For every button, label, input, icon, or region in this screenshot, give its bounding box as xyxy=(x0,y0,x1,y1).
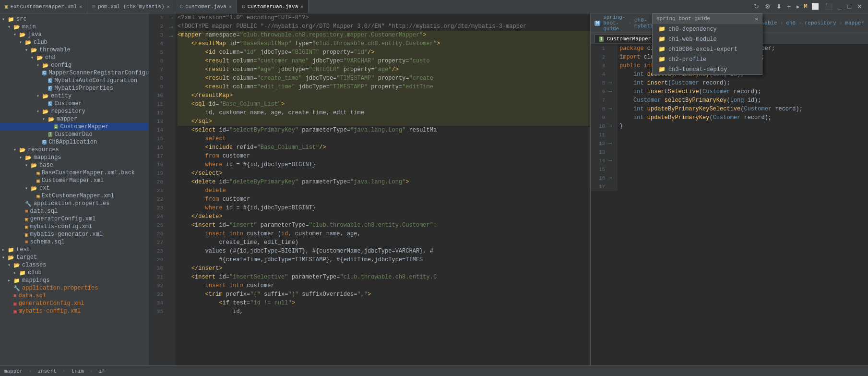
tree-label: ch8 xyxy=(45,54,56,61)
tree-item-ch8[interactable]: ▾ 📂 ch8 xyxy=(0,54,149,61)
tab-close-icon[interactable]: ✕ xyxy=(300,4,303,10)
tab-customer-dao[interactable]: C CustomerDao.java ✕ xyxy=(237,0,309,13)
tree-item-mapper-folder[interactable]: ▾ 📂 mapper xyxy=(0,115,149,123)
tree-label: entity xyxy=(51,93,71,99)
expand-arrow: ▾ xyxy=(8,262,13,268)
java-icon: C xyxy=(180,4,183,10)
tree-item-mybatis-gen[interactable]: ▣ mybatis-generator.xml xyxy=(0,230,149,238)
tree-label: resources xyxy=(28,146,59,153)
window-btn[interactable]: ⬜ xyxy=(809,2,821,11)
tab-label: pom.xml (ch8-mybatis) xyxy=(98,4,165,10)
status-if[interactable]: if xyxy=(98,368,105,374)
tree-label: application.properties xyxy=(22,285,98,291)
settings-button[interactable]: ⚙ xyxy=(763,2,773,11)
tree-item-target[interactable]: ▾ 📂 target xyxy=(0,254,149,261)
tree-item-repository[interactable]: ▾ 📂 repository xyxy=(0,108,149,115)
folder-icon: 📂 xyxy=(8,255,14,261)
breadcrumb-sep8: › xyxy=(798,20,802,26)
tree-item-target-club[interactable]: ▸ 📁 club xyxy=(0,269,149,277)
tree-item-ext[interactable]: ▾ 📂 ext xyxy=(0,184,149,192)
tree-label: CustomerDao xyxy=(54,131,92,138)
tree-item-data-sql[interactable]: ■ data.sql xyxy=(0,207,149,215)
tree-item-customer-entity[interactable]: C Customer xyxy=(0,100,149,108)
xml-file-icon: ▣ xyxy=(13,308,17,315)
tree-item-target-mybatis-cfg[interactable]: ▣ mybatis-config.xml xyxy=(0,307,149,315)
minimize-btn[interactable]: _ xyxy=(836,2,844,11)
toolbar-right: ↻ ⚙ ⬇ + ▸ M ⬜ ⬛ _ □ ✕ xyxy=(752,0,868,13)
tree-item-generator-xml[interactable]: ▣ generatorConfig.xml xyxy=(0,215,149,223)
breadcrumb-ch8b: ch8 xyxy=(786,20,796,26)
tree-item-config[interactable]: ▾ 📂 config xyxy=(0,61,149,69)
refresh-button[interactable]: ↻ xyxy=(752,2,761,11)
tree-item-customer-dao[interactable]: I CustomerDao xyxy=(0,131,149,138)
java-interface-icon: I xyxy=(54,124,58,129)
tree-item-app-props[interactable]: 🔧 application.properties xyxy=(0,200,149,207)
tree-label: classes xyxy=(22,262,46,268)
tree-item-entity[interactable]: ▾ 📂 entity xyxy=(0,92,149,100)
status-insert[interactable]: insert xyxy=(37,368,57,374)
tree-item-mapper-scanner[interactable]: C MapperScannerRegistrarConfiguration xyxy=(0,69,149,77)
tree-label: repository xyxy=(51,108,85,115)
popup-item-ch0[interactable]: 📁 ch0-dependency xyxy=(653,24,762,34)
tree-item-src[interactable]: ▾ 📁 src xyxy=(0,15,149,23)
tree-item-customer-mapper[interactable]: I CustomerMapper xyxy=(0,123,149,131)
tree-item-basecustomer-back[interactable]: ▣ BaseCustomerMapper.xml.back xyxy=(0,169,149,177)
tree-item-resources[interactable]: ▾ 📂 resources xyxy=(0,146,149,154)
popup-item-ch10086[interactable]: 📁 ch10086-excel-export xyxy=(653,44,762,54)
tree-item-target-mappings[interactable]: ▸ 📁 mappings xyxy=(0,277,149,284)
folder-icon: 📂 xyxy=(25,155,32,161)
tree-item-schema-sql[interactable]: ■ schema.sql xyxy=(0,238,149,246)
tree-item-target-data-sql[interactable]: ■ data.sql xyxy=(0,292,149,300)
file-tree: ▾ 📁 src ▾ 📂 main ▾ 📂 java ▾ 📂 club ▾ xyxy=(0,13,149,365)
tree-item-ch8app[interactable]: C Ch8Application xyxy=(0,138,149,146)
tree-item-base[interactable]: ▾ 📂 base xyxy=(0,161,149,169)
tree-item-mybatis-config[interactable]: ▣ mybatis-config.xml xyxy=(0,223,149,230)
tab-pom[interactable]: m pom.xml (ch8-mybatis) ✕ xyxy=(87,0,175,13)
folder-icon: 📂 xyxy=(31,162,37,169)
expand-arrow: ▾ xyxy=(31,55,36,61)
download-button[interactable]: ⬇ xyxy=(774,2,784,11)
tree-item-main[interactable]: ▾ 📂 main xyxy=(0,23,149,31)
tree-item-customermapper-xml[interactable]: ▣ CustomerMapper.xml xyxy=(0,177,149,184)
tab-customer-java[interactable]: C Customer.java ✕ xyxy=(175,0,237,13)
close-btn[interactable]: ✕ xyxy=(855,2,864,11)
tree-label: config xyxy=(51,62,71,69)
maximize-btn[interactable]: □ xyxy=(845,2,853,11)
popup-item-ch1[interactable]: 📁 ch1-web-module xyxy=(653,34,762,44)
tree-label: test xyxy=(16,246,30,253)
tree-item-throwable[interactable]: ▾ 📂 throwable xyxy=(0,46,149,54)
tree-label: generatorConfig.xml xyxy=(30,216,96,222)
tree-label: MybatisProperties xyxy=(54,85,113,92)
status-trim[interactable]: trim xyxy=(71,368,83,374)
tree-label: data.sql xyxy=(30,208,58,215)
more-button[interactable]: ▸ xyxy=(795,2,802,11)
tree-item-mybatis-auto[interactable]: C MybatisAutoConfiguration xyxy=(0,77,149,85)
folder-icon: 📂 xyxy=(36,55,43,61)
tree-item-extcustomer-xml[interactable]: ▣ ExtCustomerMapper.xml xyxy=(0,192,149,200)
tree-item-mappings[interactable]: ▾ 📂 mappings xyxy=(0,154,149,161)
status-mapper[interactable]: mapper xyxy=(4,368,23,374)
tab-close-icon[interactable]: ✕ xyxy=(79,4,82,10)
tree-item-java[interactable]: ▾ 📂 java xyxy=(0,31,149,38)
tree-item-test[interactable]: ▸ 📁 test xyxy=(0,246,149,254)
tree-item-target-app-props[interactable]: 🔧 application.properties xyxy=(0,284,149,292)
folder-icon: 📂 xyxy=(42,93,49,99)
tree-item-target-classes[interactable]: ▾ 📂 classes xyxy=(0,261,149,269)
java-code-content[interactable]: 12345 678910 1112131415 1617 · · · · → xyxy=(591,44,868,365)
tab-close-icon[interactable]: ✕ xyxy=(229,4,232,10)
popup-close-icon[interactable]: ✕ xyxy=(755,16,758,22)
tab-ext-mapper[interactable]: ▣ ExtCustomerMapper.xml ✕ xyxy=(0,0,87,13)
add-button[interactable]: + xyxy=(785,2,793,11)
popup-item-ch2[interactable]: 📁 ch2-profile xyxy=(653,54,762,64)
tree-item-club[interactable]: ▾ 📂 club xyxy=(0,38,149,46)
tree-item-mybatis-props[interactable]: C MybatisProperties xyxy=(0,85,149,92)
tab-close-icon[interactable]: ✕ xyxy=(167,4,170,10)
popup-item-ch3[interactable]: 📁 ch3-tomcat-deploy xyxy=(653,64,762,74)
split-btn[interactable]: ⬛ xyxy=(823,2,834,11)
tree-label: mybatis-config.xml xyxy=(19,308,81,315)
breadcrumb-sep9: › xyxy=(839,20,843,26)
xml-code-content[interactable]: 1234567891011121314151617181920212223242… xyxy=(149,13,590,365)
status-bar: mapper › insert › trim › if xyxy=(0,365,868,376)
xml-file-icon: ▣ xyxy=(13,301,17,307)
tree-item-target-gen-xml[interactable]: ▣ generatorConfig.xml xyxy=(0,300,149,307)
